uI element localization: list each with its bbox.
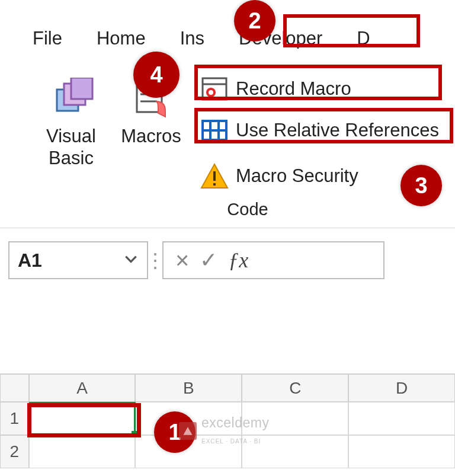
- visual-basic-label-2: Basic: [39, 147, 104, 169]
- annotation-box-relative-refs: [194, 108, 453, 143]
- watermark-sub: EXCEL · DATA · BI: [201, 438, 261, 445]
- svg-rect-17: [213, 183, 216, 186]
- watermark-icon: [179, 422, 197, 440]
- step-callout-2: 2: [234, 0, 275, 41]
- col-header-B[interactable]: B: [135, 373, 242, 402]
- annotation-box-record-macro: [194, 65, 442, 100]
- col-header-C[interactable]: C: [242, 373, 348, 402]
- fx-button[interactable]: ƒx: [228, 248, 248, 273]
- row-header-2[interactable]: 2: [0, 435, 29, 468]
- visual-basic-label-1: Visual: [39, 125, 104, 147]
- col-header-D[interactable]: D: [348, 373, 455, 402]
- tab-file[interactable]: File: [33, 28, 62, 49]
- warning-triangle-icon: [200, 162, 229, 190]
- ribbon-code-group: Visual Basic Macros Record Macro: [0, 56, 455, 228]
- visual-basic-icon: [44, 76, 98, 120]
- cancel-icon[interactable]: ×: [175, 247, 189, 274]
- cell-A2[interactable]: [29, 435, 136, 468]
- ribbon-group-label: Code: [200, 200, 295, 219]
- macros-label: Macros: [116, 125, 187, 147]
- watermark: exceldemy EXCEL · DATA · BI: [179, 415, 269, 447]
- watermark-text: exceldemy: [201, 415, 269, 430]
- formula-bar-row: A1 ⋮ × ✓ ƒx: [8, 239, 384, 281]
- annotation-box-developer: [283, 14, 420, 47]
- formula-bar-separator: ⋮: [148, 248, 162, 272]
- tab-home[interactable]: Home: [97, 28, 146, 49]
- formula-bar-buttons: × ✓ ƒx: [162, 241, 260, 279]
- col-header-A[interactable]: A: [29, 373, 136, 402]
- cell-D2[interactable]: [348, 435, 455, 468]
- chevron-down-icon[interactable]: [123, 250, 139, 271]
- macro-security-label: Macro Security: [236, 165, 358, 187]
- formula-bar-input[interactable]: [260, 241, 384, 279]
- annotation-box-selected-cell: [27, 403, 141, 437]
- select-all-cell[interactable]: [0, 373, 29, 402]
- name-box-value: A1: [18, 250, 42, 271]
- confirm-icon[interactable]: ✓: [200, 248, 217, 273]
- name-box[interactable]: A1: [8, 241, 148, 279]
- svg-rect-16: [213, 171, 216, 181]
- cell-D1[interactable]: [348, 402, 455, 435]
- tab-insert[interactable]: Ins: [180, 28, 204, 49]
- svg-marker-18: [184, 427, 193, 435]
- visual-basic-button[interactable]: Visual Basic: [39, 76, 104, 169]
- step-callout-4: 4: [133, 52, 180, 98]
- step-callout-3: 3: [400, 165, 442, 206]
- svg-rect-2: [71, 78, 92, 99]
- row-header-1[interactable]: 1: [0, 402, 29, 435]
